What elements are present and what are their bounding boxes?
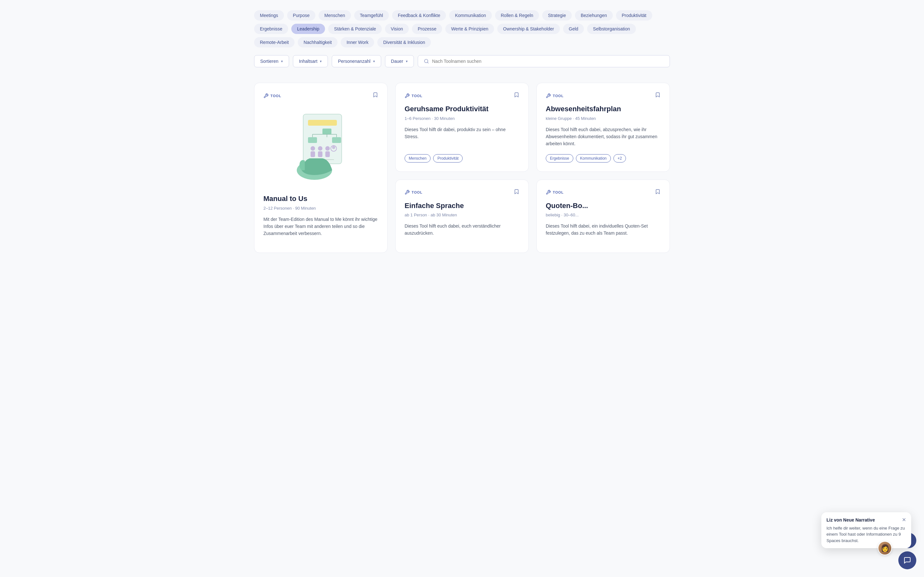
bookmark-icon [655,92,661,98]
tag-pill-selbstorganisation[interactable]: Selbstorganisation [587,24,636,34]
svg-point-15 [325,146,330,151]
tag-pill-produktivitaet[interactable]: Produktivität [616,10,652,21]
card-tag: Ergebnisse [546,154,573,163]
chat-avatar: 👩 [878,541,892,555]
svg-point-18 [332,146,335,149]
card-description: Dieses Tool hilft dabei, ein individuell… [546,222,661,237]
card-meta: 2–12 Personen · 90 Minuten [263,206,378,211]
tag-pill-inner-work[interactable]: Inner Work [341,37,374,47]
tag-pill-remote-arbeit[interactable]: Remote-Arbeit [254,37,294,47]
tag-pill-kommunikation[interactable]: Kommunikation [449,10,492,21]
search-box [418,55,670,67]
tag-pill-ergebnisse[interactable]: Ergebnisse [254,24,288,34]
svg-rect-14 [318,151,322,157]
svg-rect-12 [310,151,315,157]
tag-pill-geld[interactable]: Geld [563,24,584,34]
filters-row: Sortieren ▾ Inhaltsart ▾ Personenanzahl … [254,55,670,67]
card-type-badge: TOOL [405,93,423,98]
card-type-label: TOOL [412,94,423,98]
chat-popup-header: Liz von Neue Narrative ✕ [827,517,906,522]
sortieren-chevron-icon: ▾ [281,59,283,63]
svg-line-1 [427,62,428,63]
chat-close-button[interactable]: ✕ [902,517,906,522]
card-title: Geruhsame Produktivität [405,105,519,113]
tool-icon [546,93,551,98]
card-illustration [263,105,378,188]
card-type-label: TOOL [553,94,564,98]
tag-pill-feedback-konflikte[interactable]: Feedback & Konflikte [392,10,446,21]
bookmark-button[interactable] [373,92,378,99]
dauer-dropdown[interactable]: Dauer ▾ [385,55,414,67]
search-input[interactable] [432,59,664,64]
bookmark-button[interactable] [655,92,661,99]
personenanzahl-dropdown[interactable]: Personenanzahl ▾ [332,55,381,67]
tag-pill-vision[interactable]: Vision [385,24,409,34]
tool-icon [546,190,551,195]
sortieren-dropdown[interactable]: Sortieren ▾ [254,55,289,67]
bookmark-button[interactable] [514,189,519,196]
tag-pill-werte-prinzipien[interactable]: Werte & Prinzipien [445,24,494,34]
bookmark-icon [373,92,378,98]
card-type-label: TOOL [553,190,564,194]
tag-pill-menschen[interactable]: Menschen [318,10,351,21]
card-header: TOOL [405,189,519,196]
dauer-chevron-icon: ▾ [406,59,408,63]
personenanzahl-label: Personenanzahl [338,59,370,64]
inhaltsart-chevron-icon: ▾ [320,59,322,63]
card-abwesenheitsfahrplan: TOOL Abwesenheitsfahrplan kleine Gruppe … [536,83,670,172]
card-tag: Produktivität [433,154,463,163]
tool-icon [405,190,410,195]
card-description: Dieses Tool hilft dir dabei, produktiv z… [405,126,519,148]
chat-avatar-icon: 👩 [879,542,891,554]
chat-popup-name: Liz von Neue Narrative [827,517,875,522]
card-quoten-bo: TOOL Quoten-Bo... beliebig · 30–60... Di… [536,179,670,253]
card-header: TOOL [546,189,661,196]
bookmark-button[interactable] [514,92,519,99]
card-meta: beliebig · 30–60... [546,213,661,218]
card-description: Mit der Team-Edition des Manual to Me kö… [263,216,378,237]
bookmark-button[interactable] [655,189,661,196]
card-title: Abwesenheitsfahrplan [546,105,661,113]
chat-popup-text: Ich helfe dir weiter, wenn du eine Frage… [827,525,906,544]
svg-rect-5 [308,137,317,143]
card-einfache-sprache: TOOL Einfache Sprache ab 1 Person · ab 3… [395,179,529,253]
tag-pill-rollen-regeln[interactable]: Rollen & Regeln [495,10,539,21]
svg-rect-16 [325,151,330,157]
tag-pill-staerken-potenziale[interactable]: Stärken & Potenziale [328,24,382,34]
card-description: Dieses Tool hilft euch dabei, euch verst… [405,222,519,237]
card-meta: kleine Gruppe · 45 Minuten [546,116,661,121]
svg-rect-6 [332,137,341,143]
card-type-label: TOOL [270,94,281,98]
card-tag: Menschen [405,154,431,163]
card-tag: Kommunikation [576,154,611,163]
chat-open-button[interactable] [898,551,916,569]
card-title: Einfache Sprache [405,201,519,210]
tag-pill-diversitaet-inklusion[interactable]: Diversität & Inklusion [377,37,431,47]
card-manual-to-us: TOOL [254,83,388,253]
bookmark-icon [514,92,519,98]
card-type-badge: TOOL [546,93,564,98]
chat-popup: Liz von Neue Narrative ✕ Ich helfe dir w… [821,512,911,548]
bookmark-icon [514,189,519,195]
card-type-badge: TOOL [263,93,281,98]
tag-pill-leadership[interactable]: Leadership [291,24,325,34]
chat-bubble-icon [903,556,911,564]
tag-pill-prozesse[interactable]: Prozesse [412,24,442,34]
tag-pill-meetings[interactable]: Meetings [254,10,284,21]
card-type-badge: TOOL [546,190,564,195]
tag-pill-beziehungen[interactable]: Beziehungen [575,10,613,21]
bookmark-icon [655,189,661,195]
card-title: Manual to Us [263,194,378,203]
card-type-badge: TOOL [405,190,423,195]
card-description: Dieses Tool hilft euch dabei, abzusprech… [546,126,661,148]
tag-pill-purpose[interactable]: Purpose [287,10,315,21]
card-tags: Ergebnisse Kommunikation +2 [546,154,661,163]
inhaltsart-label: Inhaltsart [299,59,318,64]
tag-pill-teamgefuehl[interactable]: Teamgefühl [354,10,389,21]
tag-pill-ownership-stakeholder[interactable]: Ownership & Stakeholder [497,24,560,34]
tag-pill-nachhaltigkeit[interactable]: Nachhaltigkeit [298,37,338,47]
svg-rect-4 [322,129,331,134]
svg-rect-3 [308,120,337,126]
inhaltsart-dropdown[interactable]: Inhaltsart ▾ [293,55,328,67]
tag-pill-strategie[interactable]: Strategie [542,10,572,21]
